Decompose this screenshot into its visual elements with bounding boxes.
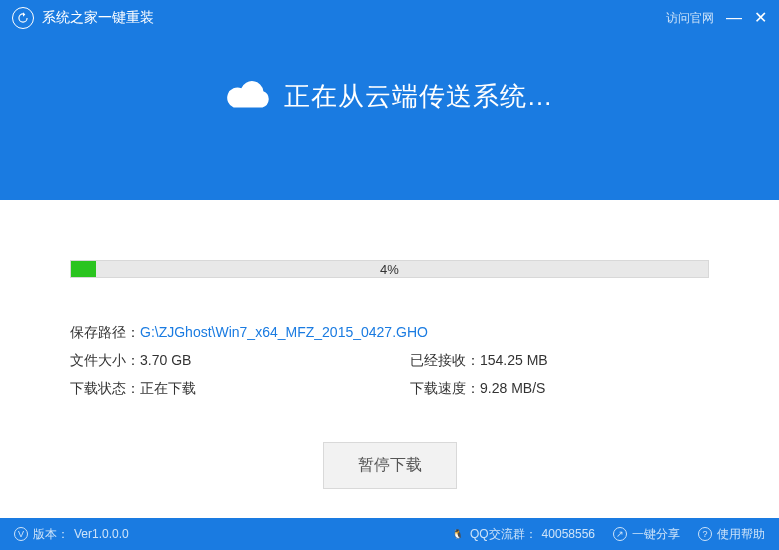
progress-percent-label: 4% <box>71 261 708 279</box>
received-label: 已经接收： <box>410 352 480 368</box>
version-icon: V <box>14 527 28 541</box>
filesize-value: 3.70 GB <box>140 352 191 368</box>
save-path-link[interactable]: G:\ZJGhost\Win7_x64_MFZ_2015_0427.GHO <box>140 318 428 346</box>
status-value: 正在下载 <box>140 380 196 396</box>
header: 系统之家一键重装 访问官网 — ✕ 正在从云端传送系统… <box>0 0 779 200</box>
close-button[interactable]: ✕ <box>754 10 767 26</box>
share-icon: ↗ <box>613 527 627 541</box>
path-label: 保存路径： <box>70 318 140 346</box>
app-title: 系统之家一键重装 <box>42 9 666 27</box>
download-details: 保存路径： G:\ZJGhost\Win7_x64_MFZ_2015_0427.… <box>70 318 709 402</box>
pause-download-button[interactable]: 暂停下载 <box>323 442 457 489</box>
status-label: 下载状态： <box>70 380 140 396</box>
app-logo-icon <box>12 7 34 29</box>
qq-group-link[interactable]: 🐧 QQ交流群：40058556 <box>451 526 595 543</box>
speed-label: 下载速度： <box>410 380 480 396</box>
minimize-button[interactable]: — <box>726 10 742 26</box>
received-value: 154.25 MB <box>480 352 548 368</box>
visit-official-link[interactable]: 访问官网 <box>666 10 714 27</box>
filesize-label: 文件大小： <box>70 352 140 368</box>
hero-text: 正在从云端传送系统… <box>284 79 554 114</box>
titlebar: 系统之家一键重装 访问官网 — ✕ <box>0 0 779 36</box>
progress-bar: 4% <box>70 260 709 278</box>
content-area: 4% 保存路径： G:\ZJGhost\Win7_x64_MFZ_2015_04… <box>0 200 779 489</box>
speed-value: 9.28 MB/S <box>480 380 545 396</box>
hero-section: 正在从云端传送系统… <box>0 36 779 156</box>
cloud-icon <box>226 78 272 114</box>
qq-icon: 🐧 <box>451 527 465 541</box>
version-info: V 版本：Ver1.0.0.0 <box>14 526 129 543</box>
help-link[interactable]: ? 使用帮助 <box>698 526 765 543</box>
share-link[interactable]: ↗ 一键分享 <box>613 526 680 543</box>
help-icon: ? <box>698 527 712 541</box>
footer: V 版本：Ver1.0.0.0 🐧 QQ交流群：40058556 ↗ 一键分享 … <box>0 518 779 550</box>
